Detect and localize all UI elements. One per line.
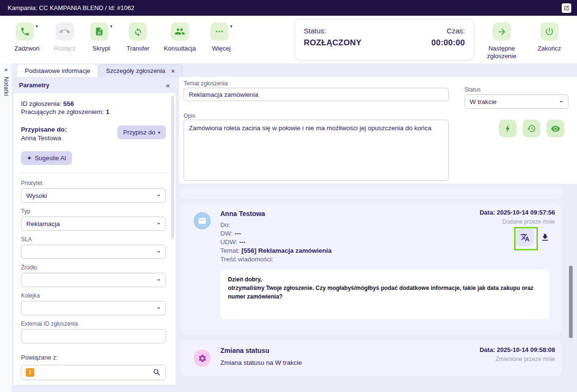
scrollbar-thumb[interactable] [171,96,174,239]
priority-select[interactable]: Wysoki [21,188,166,203]
history-icon [527,124,536,133]
chevron-down-icon [155,304,163,312]
hangup-button: Rozłącz [54,22,76,52]
campaign-header: Kampania: CC KAMPANIA BLEND / Id: #1062 [0,0,577,16]
tab-ticket-details[interactable]: Szczegóły zgłoszenia × [98,64,183,77]
subject-input[interactable] [184,88,449,101]
related-search-box[interactable]: ! [21,365,166,380]
sla-select[interactable] [21,245,166,259]
tab-ticket-details-label: Szczegóły zgłoszenia [106,67,165,74]
consultation-label: Konsultacja [164,45,196,52]
email-date: Data: 2025-10-14 09:57:56 [480,209,555,216]
external-id-input[interactable] [21,329,166,343]
download-button[interactable] [540,233,550,242]
quick-actions-button[interactable] [499,120,516,137]
ticket-form: Temat zgłoszenia Status W trakcie Opis Z… [179,77,577,184]
document-icon [90,22,108,41]
eye-icon [551,124,560,134]
more-button[interactable]: ▾ Więcej [210,22,233,52]
chevron-down-icon [155,220,163,227]
open-in-new-icon [564,5,569,11]
type-label: Typ [21,208,166,215]
time-value: 00:00:00 [432,38,465,48]
related-badge-icon: ! [26,368,34,377]
parameters-title: Parametry [19,82,50,89]
status-label: Status: [304,27,361,35]
notes-rail-label: Notatki [3,77,10,96]
ticket-status-select[interactable]: W trakcie [464,94,568,109]
hangup-phone-icon [56,22,74,41]
priority-label: Priorytet [21,180,166,186]
email-avatar [194,212,211,229]
status-change-title: Zmiana statusu [220,347,269,354]
status-change-date: Data: 2025-10-14 09:58:08 [480,346,555,353]
source-label: Źródło [21,264,166,271]
description-textarea[interactable]: Zamówiona roleta zacina się w połowie i … [184,120,449,181]
collapse-panel-icon[interactable]: « [166,81,170,89]
history-button[interactable] [523,120,540,137]
timeline-email-item: Anna Testowa Data: 2025-10-14 09:57:56 D… [180,203,562,334]
open-in-new-window-button[interactable] [562,3,571,13]
timeline-status-item: Zmiana statusu Zmiana statusu na W trakc… [180,340,562,376]
chevron-down-icon [155,248,163,256]
status-change-byline: Zmienione przeze mnie [480,356,555,362]
hangup-label: Rozłącz [54,45,76,52]
transfer-label: Transfer [127,45,150,52]
translate-icon [520,233,530,242]
ticket-timeline: Anna Testowa Data: 2025-10-14 09:57:56 D… [179,184,577,392]
time-label: Czas: [432,27,465,35]
preview-button[interactable] [546,120,564,137]
related-search-input[interactable] [38,369,149,377]
email-bcc-line: UDW: --- [220,238,331,247]
working-count-line: Pracujących ze zgłoszeniem: 1 [21,108,166,116]
call-label: Zadzwoń [14,45,40,52]
ticket-tabs: Podstawowe informacje Szczegóły zgłoszen… [17,64,183,77]
queue-select[interactable] [21,301,166,315]
assigned-to-name: Anna Testowa [21,134,67,143]
status-change-meta: Data: 2025-10-14 09:58:08 Zmienione prze… [480,346,555,362]
caret-down-icon: ▾ [36,24,38,29]
download-icon [540,233,550,242]
email-subject-line: Temat: [556] Reklamacja zamówienia [220,247,331,255]
type-select[interactable]: Reklamacja [21,217,166,231]
power-icon [540,22,558,41]
email-author: Anna Testowa [220,210,265,217]
tab-basic-info[interactable]: Podstawowe informacje [17,64,98,77]
call-toolbar: ▾ Zadzwoń Rozłącz ▾ Skrypt [0,16,577,63]
transfer-button[interactable]: Transfer [127,22,150,52]
ai-suggestions-button[interactable]: ✦ Sugestie AI [21,151,72,165]
email-body: Dzień dobry, otrzymaliśmy Twoje zgłoszen… [220,269,549,319]
source-select[interactable] [21,273,166,287]
gear-icon [198,354,207,363]
script-button[interactable]: ▾ Skrypt [90,22,113,52]
notes-rail[interactable]: » Notatki [0,63,12,392]
status-value: ROZŁĄCZONY [304,38,361,48]
envelope-icon [198,217,206,225]
phone-icon [16,22,34,41]
timeline-item-partial [180,186,562,199]
assigned-to-label: Przypisane do: [21,125,67,134]
assign-to-button[interactable]: Przypisz do ▾ [117,125,166,139]
transfer-icon [129,22,147,41]
next-ticket-button[interactable]: Następne zgłoszenie [484,22,520,61]
chevron-down-icon [155,192,163,199]
email-to-line: Do: [220,221,331,229]
status-change-text: Zmiana statusu na W trakcie [220,359,302,366]
status-change-avatar [194,350,211,367]
consultation-button[interactable]: Konsultacja [164,22,196,52]
call-button[interactable]: ▾ Zadzwoń [14,22,40,52]
close-tab-icon[interactable]: × [171,67,175,75]
description-label: Opis [184,113,196,119]
translate-button[interactable] [516,229,534,246]
assigned-to-block: Przypisane do: Anna Testowa [21,125,67,143]
arrow-right-icon [493,22,511,41]
email-meta: Data: 2025-10-14 09:57:56 Dodane przeze … [480,209,555,225]
call-status-card: Status: ROZŁĄCZONY Czas: 00:00:00 [295,19,474,60]
scrollbar-thumb[interactable] [569,266,573,338]
finish-button[interactable]: Zakończ [531,22,567,61]
divider [21,173,166,173]
people-icon [171,22,189,41]
email-body-label: Treść wiadomości: [220,255,331,264]
external-id-label: External ID zgłoszenia [21,320,166,327]
expand-rail-icon[interactable]: » [4,66,8,73]
